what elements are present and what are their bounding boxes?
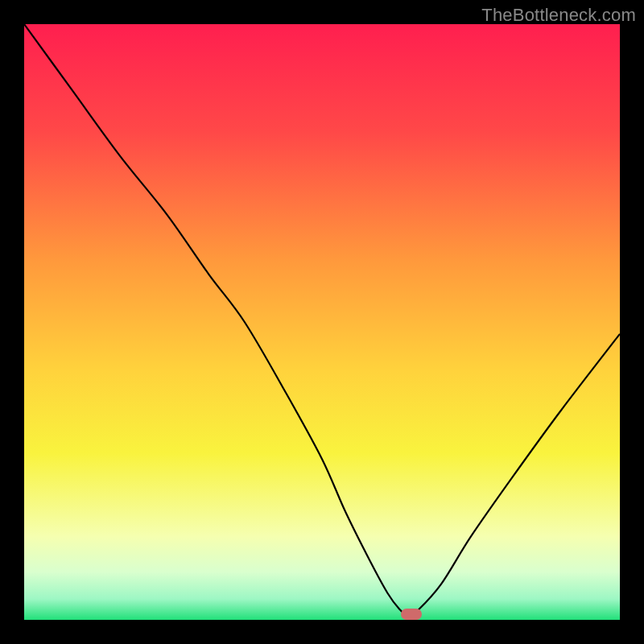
- plot-area: [24, 24, 620, 620]
- chart-background-gradient: [24, 24, 620, 620]
- chart-frame: TheBottleneck.com: [0, 0, 644, 644]
- optimal-point-marker: [401, 609, 422, 620]
- chart-svg: [24, 24, 620, 620]
- watermark-text: TheBottleneck.com: [481, 5, 636, 26]
